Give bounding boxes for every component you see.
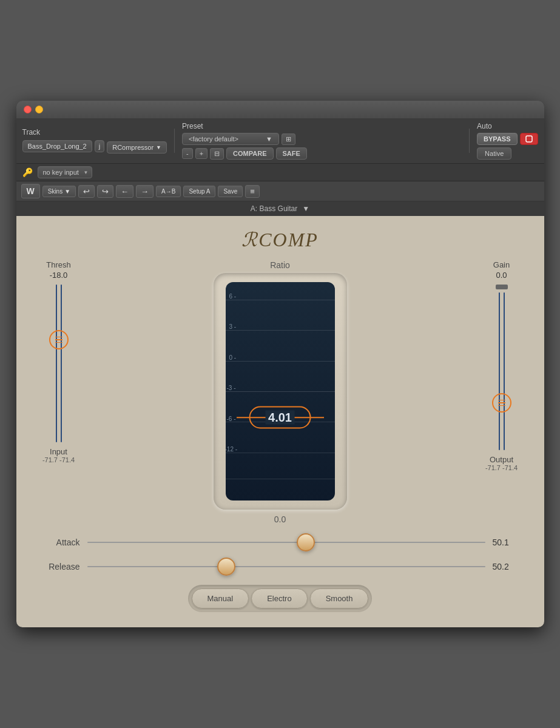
thumb-line3: [55, 342, 62, 343]
thresh-rail-left: [56, 285, 57, 442]
auto-label: Auto: [477, 122, 538, 130]
preset-plus-button[interactable]: +: [195, 148, 207, 159]
ratio-scale-0: 0 -: [229, 354, 237, 361]
plugin-title-comp: COMP: [258, 229, 319, 251]
ratio-container: Ratio 6 - 3 - 0 -: [89, 260, 471, 524]
save-button[interactable]: Save: [218, 186, 243, 197]
preset-bar-arrow[interactable]: ▼: [302, 204, 309, 213]
auto-row1: BYPASS: [477, 133, 538, 145]
attack-row: Attack 50.1: [41, 536, 520, 548]
gain-slider-container: Gain 0.0 Output: [477, 260, 526, 471]
ratio-indicator[interactable]: 4.01: [249, 406, 311, 429]
separator: [174, 129, 175, 153]
w-logo: W: [27, 186, 35, 196]
ratio-display: 6 - 3 - 0 - -3 - -6 - -12 - 4.01: [226, 282, 335, 500]
undo-button[interactable]: ↩: [78, 185, 95, 198]
auto-row2: Native: [477, 147, 538, 160]
track-label: Track: [22, 128, 167, 136]
preset-dropdown-arrow: ▼: [266, 135, 272, 143]
gain-thumb-line1: [498, 400, 505, 401]
release-rail: [87, 566, 485, 567]
attack-slider-thumb[interactable]: [297, 533, 315, 551]
attack-label: Attack: [41, 538, 80, 547]
gain-slider-thumb[interactable]: [492, 393, 511, 413]
ratio-label: Ratio: [270, 260, 290, 270]
release-slider-thumb[interactable]: [217, 558, 235, 576]
gain-indicator: [496, 285, 508, 289]
output-values: -71.7 -71.4: [485, 464, 518, 471]
gain-label: Gain: [493, 260, 510, 269]
plugin-title-r: ℛ: [241, 229, 258, 251]
preset-name-bar: A: Bass Guitar ▼: [16, 201, 544, 216]
plugin-body: ℛCOMP Thresh -18.0: [16, 216, 544, 627]
redo-button[interactable]: ↪: [97, 185, 113, 198]
preset-display-name: A: Bass Guitar: [251, 204, 297, 213]
preset-clone-button[interactable]: ⊟: [210, 148, 224, 160]
thresh-slider-thumb[interactable]: [49, 330, 69, 349]
skins-button[interactable]: Skins ▼: [42, 186, 76, 197]
gain-rail-left: [499, 292, 500, 450]
track-j-button[interactable]: j: [95, 140, 104, 152]
ratio-bottom-value: 0.0: [274, 514, 286, 524]
thresh-slider-track[interactable]: [53, 285, 64, 442]
thresh-value: -18.0: [50, 271, 68, 280]
ratio-scale-3: 3 -: [229, 323, 237, 330]
electro-mode-button[interactable]: Electro: [251, 588, 307, 608]
gain-rail-right: [504, 292, 505, 450]
track-section: Track Bass_Drop_Long_2 j RCompressor ▼: [22, 128, 167, 153]
thresh-rail-right: [61, 285, 62, 442]
preset-dropdown[interactable]: <factory default> ▼: [182, 133, 279, 145]
smooth-mode-button[interactable]: Smooth: [310, 588, 369, 608]
separator2: [469, 129, 470, 153]
minimize-button[interactable]: [35, 106, 43, 113]
manual-mode-button[interactable]: Manual: [192, 588, 249, 608]
waves-logo-button[interactable]: W: [21, 184, 40, 198]
key-input-select[interactable]: no key input: [38, 166, 92, 178]
title-bar: [16, 101, 544, 118]
thumb-line1: [55, 337, 62, 338]
preset-copy-button[interactable]: ⊞: [282, 133, 295, 145]
close-button[interactable]: [24, 106, 32, 113]
release-slider-track[interactable]: [87, 561, 485, 573]
preset-minus-button[interactable]: -: [182, 148, 193, 159]
arrow-right-button[interactable]: →: [136, 185, 153, 198]
attack-slider-track[interactable]: [87, 536, 485, 548]
power-button[interactable]: [520, 133, 538, 145]
compare-button[interactable]: COMPARE: [226, 147, 273, 160]
track-name-button[interactable]: Bass_Drop_Long_2: [22, 140, 92, 152]
arrow-left-button[interactable]: ←: [116, 185, 133, 198]
output-label: Output: [490, 455, 513, 464]
ratio-scale-m12: -12 -: [226, 446, 238, 453]
attack-rail: [87, 542, 485, 543]
key-input-row: 🔑 no key input: [16, 164, 544, 181]
ratio-scale-6: 6 -: [229, 293, 237, 300]
preset-row: <factory default> ▼ ⊞: [182, 133, 462, 145]
header-row: Track Bass_Drop_Long_2 j RCompressor ▼ P…: [16, 118, 544, 164]
track-row: Bass_Drop_Long_2 j RCompressor ▼: [22, 139, 167, 153]
menu-button[interactable]: ≡: [245, 185, 260, 198]
setup-a-button[interactable]: Setup A: [183, 186, 215, 197]
ab-button[interactable]: A→B: [156, 186, 181, 197]
thresh-slider-container: Thresh -18.0 Input -71.7: [35, 260, 83, 463]
gain-thumb-line2: [498, 402, 505, 403]
gain-slider-track[interactable]: [496, 292, 507, 450]
gain-thumb-lines: [498, 400, 505, 406]
plugin-select[interactable]: RCompressor ▼: [107, 141, 167, 153]
release-label: Release: [41, 562, 80, 571]
thresh-label: Thresh: [46, 260, 70, 269]
preset-section: Preset <factory default> ▼ ⊞ - + ⊟ COMPA…: [182, 122, 462, 160]
plugin-toolbar: W Skins ▼ ↩ ↪ ← → A→B Setup A Save ≡: [16, 181, 544, 201]
bypass-button[interactable]: BYPASS: [477, 133, 517, 145]
native-button[interactable]: Native: [477, 147, 511, 160]
thumb-line2: [55, 339, 62, 340]
input-values: -71.7 -71.4: [42, 456, 75, 463]
safe-button[interactable]: SAFE: [276, 147, 307, 160]
thresh-thumb-lines: [55, 337, 62, 343]
plugin-window: Track Bass_Drop_Long_2 j RCompressor ▼ P…: [16, 101, 544, 627]
mode-btn-group: Manual Electro Smooth: [188, 585, 373, 612]
key-input-wrap[interactable]: no key input: [38, 166, 92, 178]
ratio-box: 6 - 3 - 0 - -3 - -6 - -12 - 4.01: [214, 273, 347, 510]
controls-area: Thresh -18.0 Input -71.7: [35, 260, 526, 524]
ratio-scale-m6: -6 -: [227, 416, 236, 422]
hslider-section: Attack 50.1 Release 50.2: [35, 536, 526, 573]
